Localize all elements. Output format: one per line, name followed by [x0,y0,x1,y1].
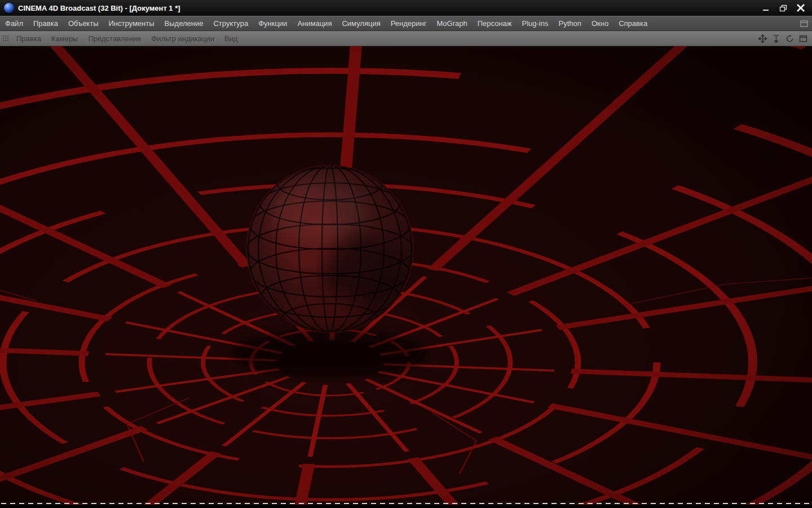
vp-menu-view[interactable]: Представление [83,32,146,46]
menu-edit[interactable]: Правка [28,16,63,30]
menu-window[interactable]: Окно [586,16,614,30]
menu-panel-icon[interactable] [800,20,812,27]
menu-functions[interactable]: Функции [253,16,292,30]
letterbox-strip [0,505,812,508]
title-bar[interactable]: CINEMA 4D Broadcast (32 Bit) - [Документ… [0,0,812,16]
menu-simulation[interactable]: Симуляция [337,16,385,30]
viewport-panel [0,46,812,508]
main-menu-bar: Файл Правка Объекты Инструменты Выделени… [0,16,812,31]
drag-handle-icon[interactable] [0,35,11,42]
vignette-overlay [0,46,812,508]
vp-menu-display-filter[interactable]: Фильтр индикации [146,32,219,46]
menu-plugins[interactable]: Plug-ins [517,16,554,30]
toggle-view-icon[interactable] [798,34,808,43]
menu-help[interactable]: Справка [614,16,652,30]
minimize-button[interactable] [758,2,773,14]
viewport-menu-bar: Правка Камеры Представление Фильтр индик… [0,31,812,46]
menu-objects[interactable]: Объекты [63,16,104,30]
window-title: CINEMA 4D Broadcast (32 Bit) - [Документ… [18,4,180,12]
menu-selection[interactable]: Выделение [160,16,209,30]
restore-button[interactable] [776,2,791,14]
menu-character[interactable]: Персонаж [473,16,517,30]
viewport-canvas[interactable] [0,46,812,508]
menu-python[interactable]: Python [553,16,586,30]
menu-structure[interactable]: Структура [208,16,253,30]
rotate-icon[interactable] [785,34,795,43]
vp-menu-edit[interactable]: Правка [11,32,46,46]
vp-menu-cameras[interactable]: Камеры [46,32,83,46]
window-controls [758,2,810,14]
menu-rendering[interactable]: Рендеринг [386,16,432,30]
menu-mograph[interactable]: MoGraph [432,16,473,30]
menu-file[interactable]: Файл [0,16,28,30]
vp-menu-vid[interactable]: Вид [219,32,243,46]
move-icon[interactable] [758,34,767,43]
app-window: CINEMA 4D Broadcast (32 Bit) - [Документ… [0,0,812,508]
menu-tools[interactable]: Инструменты [104,16,160,30]
viewport-nav-icons [758,34,812,43]
cinema4d-logo-icon [4,3,14,13]
close-button[interactable] [793,2,808,14]
dolly-icon[interactable] [771,34,781,43]
menu-animation[interactable]: Анимация [292,16,337,30]
